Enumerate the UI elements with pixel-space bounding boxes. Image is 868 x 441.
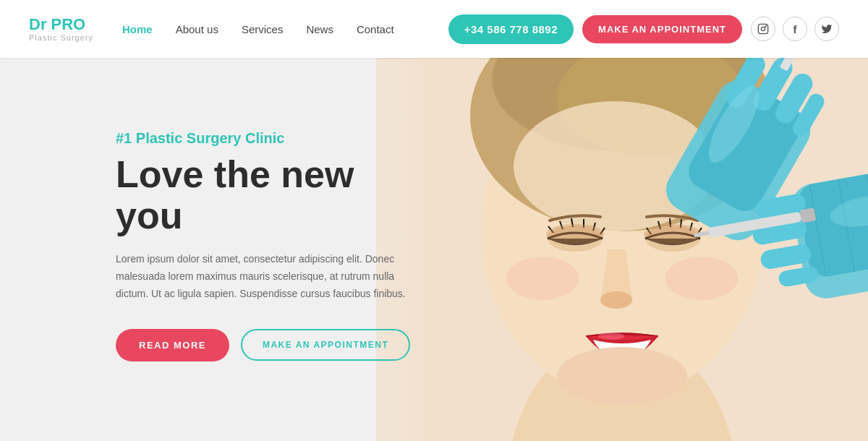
nav-services[interactable]: Services <box>242 23 284 35</box>
logo-pro: PRO <box>51 15 86 33</box>
hero-title: Love the new you <box>116 154 420 236</box>
svg-point-26 <box>600 291 632 309</box>
header-right: +34 586 778 8892 MAKE AN APPOINTMENT f <box>448 14 839 44</box>
svg-point-30 <box>557 347 687 405</box>
logo-title: Dr PRO <box>29 17 93 33</box>
svg-point-29 <box>598 333 624 340</box>
read-more-button[interactable]: READ MORE <box>116 329 229 361</box>
header: Dr PRO Plastic Surgery Home About us Ser… <box>0 0 868 58</box>
logo-dr: Dr <box>29 15 51 33</box>
social-icons: f <box>751 17 839 41</box>
svg-point-27 <box>506 257 579 300</box>
nav-contact[interactable]: Contact <box>357 23 394 35</box>
phone-button[interactable]: +34 586 778 8892 <box>448 14 574 44</box>
header-appointment-button[interactable]: MAKE AN APPOINTMENT <box>582 15 742 43</box>
hero-appointment-button[interactable]: MAKE AN APPOINTMENT <box>241 329 410 361</box>
svg-point-2 <box>765 26 766 27</box>
svg-rect-0 <box>758 24 767 33</box>
facebook-icon[interactable]: f <box>783 17 807 41</box>
hero-section: #1 Plastic Surgery Clinic Love the new y… <box>0 58 868 441</box>
nav-news[interactable]: News <box>306 23 333 35</box>
main-nav: Home About us Services News Contact <box>122 23 394 35</box>
hero-tag: #1 Plastic Surgery Clinic <box>116 130 420 147</box>
hero-content: #1 Plastic Surgery Clinic Love the new y… <box>0 58 463 405</box>
hero-buttons: READ MORE MAKE AN APPOINTMENT <box>116 329 420 361</box>
logo-subtitle: Plastic Surgery <box>29 34 93 42</box>
instagram-icon[interactable] <box>751 17 775 41</box>
nav-about[interactable]: About us <box>176 23 218 35</box>
logo: Dr PRO Plastic Surgery <box>29 17 93 42</box>
twitter-icon[interactable] <box>814 17 839 41</box>
header-center: Home About us Services News Contact <box>93 23 448 35</box>
svg-rect-52 <box>800 207 817 223</box>
svg-point-24 <box>546 224 604 244</box>
svg-point-25 <box>644 224 702 244</box>
nav-home[interactable]: Home <box>122 23 153 35</box>
hero-description: Lorem ipsum dolor sit amet, consectetur … <box>116 251 420 302</box>
svg-point-1 <box>761 27 765 30</box>
svg-point-28 <box>665 257 738 300</box>
